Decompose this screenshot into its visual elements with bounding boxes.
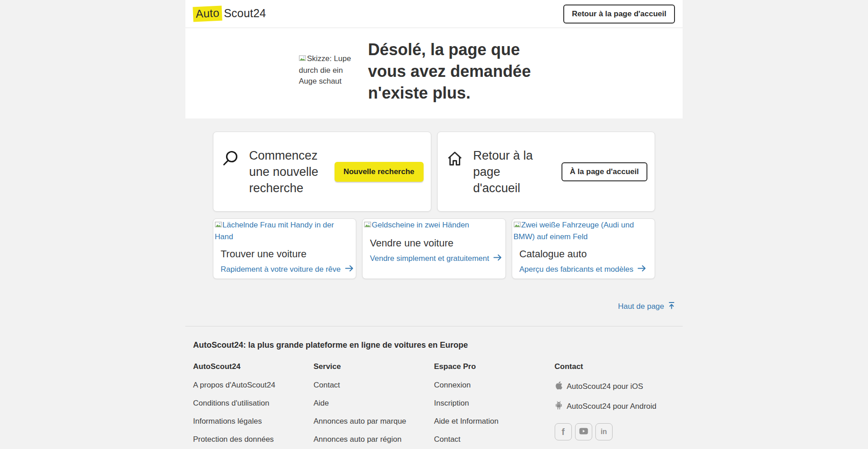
youtube-button[interactable] — [575, 423, 592, 440]
android-app-link[interactable]: AutoScout24 pour Android — [555, 401, 656, 412]
footer-link-privacy[interactable]: Protection des données — [193, 435, 314, 444]
find-car-card-body: Trouver une voiture Rapidement à votre v… — [213, 242, 356, 274]
back-home-card-title: Retour à la page d'accueil — [473, 147, 546, 196]
find-car-image-link[interactable]: Lächelnde Frau mit Handy in der Hand — [213, 219, 356, 242]
footer-link-help-info[interactable]: Aide et Information — [434, 417, 555, 426]
new-search-card-lead: Commencez une nouvelle recherche — [222, 147, 321, 196]
footer-column-title: AutoScout24 — [193, 362, 314, 371]
car-catalogue-card-title: Catalogue auto — [519, 248, 647, 260]
car-catalogue-card: Zwei weiße Fahrzeuge (Audi und BMW) auf … — [512, 218, 655, 279]
footer-column-service: Service Contact Aide Annonces auto par m… — [314, 362, 434, 449]
footer-column-autoscout24: AutoScout24 A propos d'AutoScout24 Condi… — [193, 362, 314, 449]
page-content: Auto Scout24 Retour à la page d'accueil … — [185, 0, 683, 449]
sell-car-card: Geldscheine in zwei Händen Vendre une vo… — [362, 218, 505, 279]
find-car-link-label: Rapidement à votre voiture de rêve — [221, 265, 341, 274]
footer-column-title: Espace Pro — [434, 362, 555, 371]
footer-column-espace-pro: Espace Pro Connexion Inscription Aide et… — [434, 362, 555, 449]
logo-auto-highlight: Auto — [193, 6, 222, 22]
logo-scout24-text: Scout24 — [224, 7, 266, 20]
footer-link-ads-by-brand[interactable]: Annonces auto par marque — [314, 417, 434, 426]
new-search-card-title: Commencez une nouvelle recherche — [249, 147, 321, 196]
sell-car-link-label: Vendre simplement et gratuitement — [370, 254, 489, 263]
sell-car-image-alt: Geldscheine in zwei Händen — [372, 221, 469, 229]
home-icon — [446, 150, 464, 168]
autoscout24-logo[interactable]: Auto Scout24 — [193, 6, 266, 21]
car-catalogue-link-label: Aperçu des fabricants et modèles — [519, 265, 633, 274]
arrow-to-top-icon — [668, 302, 675, 312]
footer-link-help[interactable]: Aide — [314, 399, 434, 408]
car-catalogue-image-alt: Zwei weiße Fahrzeuge (Audi und BMW) auf … — [514, 221, 634, 241]
arrow-right-icon — [637, 265, 646, 274]
youtube-icon — [579, 428, 588, 436]
footer-heading: AutoScout24: la plus grande plateforme e… — [193, 340, 675, 350]
social-links: f in — [555, 423, 675, 440]
footer-link-register[interactable]: Inscription — [434, 399, 555, 408]
broken-image-icon — [364, 222, 371, 230]
error-page-title: Désolé, la page que vous avez demandée n… — [368, 39, 554, 104]
footer-link-terms[interactable]: Conditions d'utilisation — [193, 399, 314, 408]
broken-hero-image: Skizze: Lupe durch die ein Auge schaut — [299, 53, 351, 87]
footer-link-pro-contact[interactable]: Contact — [434, 435, 555, 444]
footer-column-title: Service — [314, 362, 434, 371]
linkedin-button[interactable]: in — [595, 423, 613, 440]
footer-column-contact: Contact AutoScout24 pour iOS AutoScout24… — [555, 362, 675, 449]
search-icon — [222, 150, 240, 168]
find-car-image-alt: Lächelnde Frau mit Handy in der Hand — [215, 221, 334, 241]
apple-icon — [555, 381, 563, 392]
error-hero: Skizze: Lupe durch die ein Auge schaut D… — [185, 28, 683, 118]
sell-car-card-title: Vendre une voiture — [370, 237, 498, 249]
back-to-top-link[interactable]: Haut de page — [618, 302, 675, 312]
broken-image-icon — [299, 55, 306, 64]
find-car-card-title: Trouver une voiture — [221, 248, 349, 260]
broken-image-icon — [514, 222, 521, 230]
back-to-top-row: Haut de page — [185, 302, 683, 312]
hero-image-alt-text: Skizze: Lupe durch die ein Auge schaut — [299, 54, 351, 85]
sell-car-image-link[interactable]: Geldscheine in zwei Händen — [363, 219, 505, 232]
sell-car-link[interactable]: Vendre simplement et gratuitement — [370, 254, 502, 263]
back-to-top-label: Haut de page — [618, 302, 664, 311]
footer-link-legal[interactable]: Informations légales — [193, 417, 314, 426]
footer-columns: AutoScout24 A propos d'AutoScout24 Condi… — [193, 362, 675, 449]
new-search-card: Commencez une nouvelle recherche Nouvell… — [213, 132, 431, 212]
teaser-cards-row: Lächelnde Frau mit Handy in der Hand Tro… — [213, 218, 655, 279]
find-car-link[interactable]: Rapidement à votre voiture de rêve — [221, 265, 354, 274]
android-app-label: AutoScout24 pour Android — [567, 402, 656, 411]
find-car-card: Lächelnde Frau mit Handy in der Hand Tro… — [213, 218, 356, 279]
footer-link-about[interactable]: A propos d'AutoScout24 — [193, 381, 314, 390]
to-homepage-button[interactable]: À la page d'accueil — [561, 162, 647, 181]
car-catalogue-card-body: Catalogue auto Aperçu des fabricants et … — [512, 242, 655, 274]
main: Commencez une nouvelle recherche Nouvell… — [185, 132, 683, 279]
header-home-button[interactable]: Retour à la page d'accueil — [563, 5, 675, 24]
facebook-button[interactable]: f — [555, 423, 572, 440]
ios-app-label: AutoScout24 pour iOS — [567, 382, 643, 391]
footer-link-ads-by-region[interactable]: Annonces auto par région — [314, 435, 434, 444]
back-home-card: Retour à la page d'accueil À la page d'a… — [437, 132, 656, 212]
car-catalogue-image-link[interactable]: Zwei weiße Fahrzeuge (Audi und BMW) auf … — [512, 219, 655, 242]
back-home-card-lead: Retour à la page d'accueil — [446, 147, 546, 196]
footer-link-login[interactable]: Connexion — [434, 381, 555, 390]
broken-image-icon — [215, 222, 222, 230]
ios-app-link[interactable]: AutoScout24 pour iOS — [555, 381, 643, 392]
new-search-button[interactable]: Nouvelle recherche — [335, 162, 424, 182]
arrow-right-icon — [345, 265, 354, 274]
footer-link-contact[interactable]: Contact — [314, 381, 434, 390]
action-cards-row: Commencez une nouvelle recherche Nouvell… — [213, 132, 655, 212]
arrow-right-icon — [493, 254, 502, 263]
sell-car-card-body: Vendre une voiture Vendre simplement et … — [363, 232, 505, 263]
site-footer: AutoScout24: la plus grande plateforme e… — [185, 326, 683, 449]
android-icon — [555, 401, 563, 412]
site-header: Auto Scout24 Retour à la page d'accueil — [185, 0, 683, 28]
footer-column-title: Contact — [555, 362, 675, 371]
car-catalogue-link[interactable]: Aperçu des fabricants et modèles — [519, 265, 646, 274]
linkedin-icon: in — [600, 428, 607, 436]
facebook-icon: f — [561, 427, 565, 437]
